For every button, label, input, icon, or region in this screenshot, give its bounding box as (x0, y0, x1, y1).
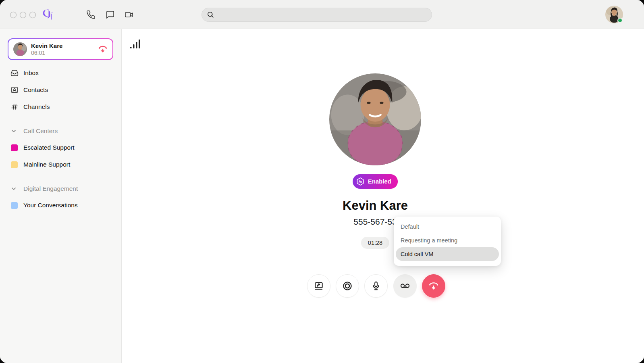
section-call-centers[interactable]: Call Centers (0, 126, 121, 136)
sidebar-item-mainline-support[interactable]: Mainline Support (0, 159, 121, 171)
signal-strength-icon (130, 37, 141, 49)
dialpad-logo-icon (42, 8, 58, 21)
section-digital-engagement[interactable]: Digital Engagement (0, 184, 121, 194)
channel-color-swatch (11, 144, 18, 151)
ai-hexagon-icon: Ai (356, 177, 365, 186)
active-call-name: Kevin Kare (31, 42, 98, 50)
hang-up-button[interactable] (422, 274, 445, 298)
sidebar-item-label: Inbox (23, 69, 39, 77)
voicemail-drop-button[interactable] (393, 274, 417, 298)
phone-icon[interactable] (86, 10, 96, 19)
active-call-card[interactable]: Kevin Kare 06:01 (8, 38, 113, 60)
sidebar-item-contacts[interactable]: Contacts (0, 84, 121, 96)
active-call-meta: Kevin Kare 06:01 (31, 42, 98, 56)
sidebar-item-channels[interactable]: Channels (0, 101, 121, 113)
ai-enabled-badge[interactable]: Ai Enabled (353, 174, 398, 189)
inbox-icon (10, 69, 19, 77)
sidebar-item-label: Mainline Support (23, 161, 70, 168)
top-bar (0, 0, 644, 29)
app-window: Kevin Kare 06:01 Inbox (0, 0, 644, 363)
section-label: Digital Engagement (23, 185, 78, 192)
sidebar-item-label: Escalated Support (23, 144, 75, 151)
contact-name: Kevin Kare (343, 198, 408, 213)
hang-up-icon[interactable] (98, 44, 108, 54)
channel-color-swatch (11, 161, 18, 168)
chevron-down-icon (10, 186, 17, 192)
sidebar-item-label: Your Conversations (23, 202, 78, 209)
section-label: Call Centers (23, 127, 58, 135)
hash-icon (10, 103, 19, 111)
microphone-icon (371, 281, 381, 291)
call-screen: Ai Enabled Kevin Kare 555-567-53 01:28 D… (122, 29, 644, 363)
call-controls (122, 274, 644, 298)
contacts-icon (10, 86, 19, 94)
hang-up-icon (428, 281, 439, 291)
voicemail-dropdown-menu: Default Requesting a meeting Cold call V… (394, 217, 501, 266)
sidebar-item-label: Channels (23, 103, 50, 111)
window-minimize-button[interactable] (20, 12, 26, 18)
ai-badge-label: Enabled (368, 178, 391, 185)
record-icon (342, 281, 353, 291)
share-screen-button[interactable] (307, 274, 330, 298)
svg-text:Ai: Ai (359, 179, 362, 184)
search-bar[interactable] (202, 8, 432, 22)
chevron-down-icon (10, 128, 17, 134)
window-traffic-lights[interactable] (10, 11, 36, 19)
record-button[interactable] (336, 274, 359, 298)
menu-item-default[interactable]: Default (396, 220, 499, 234)
chat-icon[interactable] (106, 10, 115, 19)
contact-photo (329, 73, 421, 165)
sidebar-item-escalated-support[interactable]: Escalated Support (0, 142, 121, 154)
sidebar: Kevin Kare 06:01 Inbox (0, 29, 122, 363)
active-call-timer: 06:01 (31, 50, 98, 56)
contact-phone-number: 555-567-53 (353, 217, 397, 227)
window-close-button[interactable] (10, 12, 17, 18)
sidebar-item-inbox[interactable]: Inbox (0, 67, 121, 79)
voicemail-icon (400, 281, 410, 291)
search-input[interactable] (218, 12, 427, 18)
channel-color-swatch (11, 202, 18, 209)
call-timer-pill: 01:28 (361, 237, 389, 249)
sidebar-item-label: Contacts (23, 86, 48, 94)
sidebar-item-your-conversations[interactable]: Your Conversations (0, 199, 121, 211)
caller-avatar (13, 42, 27, 56)
mute-microphone-button[interactable] (364, 274, 388, 298)
menu-item-requesting-a-meeting[interactable]: Requesting a meeting (396, 234, 499, 247)
window-zoom-button[interactable] (30, 12, 36, 18)
share-screen-icon (314, 281, 324, 291)
menu-item-cold-call-vm[interactable]: Cold call VM (396, 247, 499, 261)
video-icon[interactable] (125, 10, 134, 19)
search-icon (207, 11, 214, 19)
online-status-dot (617, 18, 623, 23)
